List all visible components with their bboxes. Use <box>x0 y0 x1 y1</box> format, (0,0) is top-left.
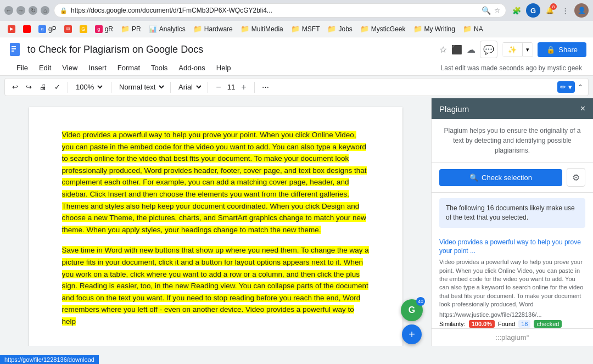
sidebar-close-button[interactable]: × <box>580 104 585 114</box>
redo-button[interactable]: ↪ <box>23 81 35 93</box>
results-list: Video provides a powerful way to help yo… <box>432 233 593 328</box>
folder-multimedia-icon: 📁 <box>240 25 249 33</box>
bookmark-mysticgeek[interactable]: 📁 MysticGeek <box>357 24 409 34</box>
search-check-icon: 🔍 <box>469 173 478 182</box>
search-icon: 🔍 <box>482 6 491 15</box>
bookmark-jobs[interactable]: 📁 Jobs <box>324 24 355 34</box>
settings-button[interactable]: ⚙ <box>567 168 585 187</box>
bookmark-gp[interactable]: g gP <box>35 24 60 34</box>
bookmark-gr[interactable]: g gR <box>92 24 116 34</box>
bookmark-analytics[interactable]: 📊 Analytics <box>146 24 189 34</box>
bookmark-mail[interactable]: ✉ <box>61 24 75 34</box>
svg-rect-3 <box>12 51 14 52</box>
toolbar-divider-2 <box>111 82 111 93</box>
cloud-button[interactable]: ☁ <box>467 44 475 55</box>
check-selection-button[interactable]: 🔍 Check selection <box>439 169 562 186</box>
increase-font-button[interactable]: + <box>238 81 250 93</box>
similarity-label: Similarity: <box>439 321 466 327</box>
font-select[interactable]: Arial <box>175 81 203 93</box>
add-main-button[interactable]: ✨ <box>502 43 522 57</box>
mail-icon: ✉ <box>64 25 72 33</box>
star-button[interactable]: ☆ <box>439 44 447 55</box>
bookmark-google[interactable]: G <box>76 24 91 34</box>
lock-icon: 🔒 <box>60 7 68 14</box>
bookmark-na[interactable]: 📁 NA <box>460 24 486 34</box>
menu-addons[interactable]: Add-ons <box>173 61 210 74</box>
paragraph-2: Save time in Word with new buttons that … <box>62 244 370 327</box>
bookmark-youtube[interactable]: ▶ <box>4 24 19 34</box>
extensions-icon[interactable]: 🧩 <box>511 4 523 16</box>
result-stats: Similarity: 100.0% Found 18 checked <box>439 320 585 328</box>
menu-insert[interactable]: Insert <box>83 61 112 74</box>
plagium-sidebar: Plagium × Plagium helps you to ensure th… <box>431 98 593 346</box>
youtube2-icon <box>23 25 31 33</box>
bookmark-youtube2[interactable] <box>20 24 34 34</box>
g-fab-container: G 40 <box>401 299 423 321</box>
svg-rect-2 <box>12 48 16 49</box>
url-text: https://docs.google.com/document/d/1FmCM… <box>71 7 478 14</box>
move-button[interactable]: ⬛ <box>451 44 462 55</box>
more-tools-icon[interactable]: ⋮ <box>559 4 571 16</box>
address-bar[interactable]: 🔒 https://docs.google.com/document/d/1Fm… <box>54 3 506 18</box>
decrease-font-button[interactable]: − <box>212 81 225 93</box>
folder-pr-icon: 📁 <box>121 25 130 33</box>
similarity-badge: 100.0% <box>469 320 495 328</box>
bookmark-pr[interactable]: 📁 PR <box>118 24 144 34</box>
bookmarks-bar: ▶ g gP ✉ G g gR 📁 PR 📊 Analytics 📁 Hardw… <box>0 21 593 37</box>
bookmark-pr-label: PR <box>132 25 141 33</box>
bookmark-mywriting[interactable]: 📁 My Writing <box>410 24 458 34</box>
found-label: Found <box>498 321 515 327</box>
menu-format[interactable]: Format <box>112 61 146 74</box>
analytics-icon: 📊 <box>149 25 157 33</box>
share-button[interactable]: 🔒 Share <box>538 42 586 57</box>
comments-button[interactable]: 💬 <box>480 41 497 58</box>
collapse-toolbar-button[interactable]: ⌃ <box>577 83 584 92</box>
folder-mywriting-icon: 📁 <box>413 25 422 33</box>
home-button[interactable]: ⌂ <box>41 6 49 15</box>
undo-button[interactable]: ↩ <box>9 81 21 93</box>
bookmark-mywriting-label: My Writing <box>424 25 455 33</box>
forward-button[interactable]: → <box>16 6 25 15</box>
print-button[interactable]: 🖨 <box>37 81 49 93</box>
spellcheck-button[interactable]: ✓ <box>52 81 63 93</box>
last-edit-text: Last edit was made seconds ago by mystic… <box>441 64 582 72</box>
folder-mysticgeek-icon: 📁 <box>360 25 369 33</box>
highlighted-text-4: remembers where you left off - even on a… <box>62 305 354 326</box>
toolbar: ↩ ↪ 🖨 ✓ 100% Normal text Arial − 11 + ⋯ … <box>4 78 589 96</box>
gr-icon: g <box>95 25 103 33</box>
sidebar-header: Plagium × <box>432 98 593 119</box>
menu-file[interactable]: File <box>11 61 33 74</box>
menu-help[interactable]: Help <box>211 61 237 74</box>
toolbar-divider-5 <box>254 82 255 93</box>
menu-edit[interactable]: Edit <box>33 61 57 74</box>
formatting-options-button[interactable]: ✏ ▾ <box>557 81 575 93</box>
bookmark-na-label: NA <box>474 25 483 33</box>
gp-icon: g <box>38 25 46 33</box>
bookmark-msft[interactable]: 📁 MSFT <box>288 24 323 34</box>
bookmark-hardware[interactable]: 📁 Hardware <box>190 24 236 34</box>
more-formatting-button[interactable]: ⋯ <box>259 81 272 93</box>
font-size-value: 11 <box>226 83 237 91</box>
menu-tools[interactable]: Tools <box>146 61 173 74</box>
folder-msft-icon: 📁 <box>291 25 300 33</box>
result-link-1[interactable]: Video provides a powerful way to help yo… <box>439 238 585 256</box>
bookmark-multimedia[interactable]: 📁 MultiMedia <box>237 24 287 34</box>
g-account-icon[interactable]: G <box>526 3 540 18</box>
bookmark-msft-label: MSFT <box>302 25 320 33</box>
menu-view[interactable]: View <box>57 61 83 74</box>
back-button[interactable]: ← <box>4 6 13 15</box>
add-fab-button[interactable]: + <box>402 324 422 344</box>
bookmark-gr-label: gR <box>105 25 113 33</box>
paragraph-style-select[interactable]: Normal text <box>116 81 166 93</box>
reload-button[interactable]: ↻ <box>29 6 37 15</box>
google-icon: G <box>80 25 87 33</box>
doc-page: Video provides a powerful way to help yo… <box>29 107 402 346</box>
bookmark-multimedia-label: MultiMedia <box>251 25 283 33</box>
svg-rect-1 <box>12 46 16 47</box>
profile-avatar[interactable]: 👤 <box>574 3 589 18</box>
document-area[interactable]: Video provides a powerful way to help yo… <box>0 98 431 346</box>
result-item-1: Video provides a powerful way to help yo… <box>432 233 593 328</box>
notification-icon[interactable]: 🔔 8 <box>544 4 556 16</box>
zoom-select[interactable]: 100% <box>72 81 104 93</box>
add-arrow-button[interactable]: ▾ <box>522 43 533 56</box>
